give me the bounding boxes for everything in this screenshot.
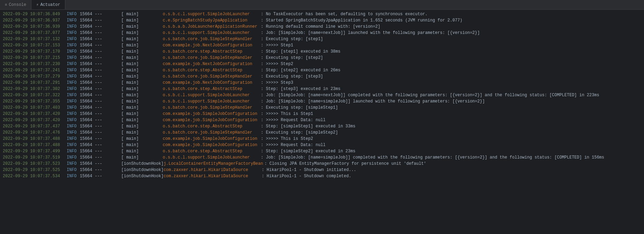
log-level: INFO (67, 86, 80, 92)
log-logger: o.s.batch.core.job.SimpleStepHandler (163, 36, 259, 42)
log-logger: o.s.batch.core.job.SimpleStepHandler (163, 73, 259, 80)
log-timestamp: 2022-09-29 10:07:37.279 (3, 73, 67, 80)
log-level: INFO (67, 30, 80, 36)
log-line: 2022-09-29 10:07:37.077 INFO 15664 --- [… (0, 30, 644, 36)
log-thread: [ main] (121, 129, 163, 136)
log-line: 2022-09-29 10:07:37.519 INFO 15664 --- [… (0, 154, 644, 161)
log-line: 2022-09-29 10:07:37.230 INFO 15664 --- [… (0, 61, 644, 67)
log-level: INFO (67, 129, 80, 136)
log-line: 2022-09-29 10:07:37.476 INFO 15664 --- [… (0, 129, 644, 136)
log-pid: 15664 --- (80, 17, 121, 24)
log-level: INFO (67, 73, 80, 80)
log-level: INFO (67, 161, 80, 167)
log-line: 2022-09-29 10:07:37.534 INFO 15664 --- [… (0, 173, 644, 179)
log-timestamp: 2022-09-29 10:07:37.077 (3, 30, 67, 36)
log-timestamp: 2022-09-29 10:07:37.519 (3, 154, 67, 161)
log-logger: j.LocalContainerEntityManagerFactoryBean (163, 161, 263, 167)
log-thread: [ main] (121, 98, 163, 105)
log-thread: [ main] (121, 148, 163, 154)
log-line: 2022-09-29 10:07:37.132 INFO 15664 --- [… (0, 36, 644, 42)
log-pid: 15664 --- (80, 111, 121, 117)
log-thread: [ main] (121, 36, 163, 42)
log-logger: com.example.job.SimpleJobConfiguration (163, 142, 259, 148)
log-pid: 15664 --- (80, 48, 121, 55)
log-pid: 15664 --- (80, 136, 121, 142)
log-timestamp: 2022-09-29 10:07:37.230 (3, 61, 67, 67)
log-logger: o.s.batch.core.job.SimpleStepHandler (163, 129, 259, 136)
log-message: : Step: [simpleStep2] executed in 23ms (261, 148, 356, 154)
log-level: INFO (67, 98, 80, 105)
log-pid: 15664 --- (80, 129, 121, 136)
log-pid: 15664 --- (80, 148, 121, 154)
log-level: INFO (67, 154, 80, 161)
log-level: INFO (67, 136, 80, 142)
log-message: : >>>>> Step2 (261, 61, 293, 67)
log-line: 2022-09-29 10:07:37.488 INFO 15664 --- [… (0, 136, 644, 142)
log-thread: [ main] (121, 111, 163, 117)
log-line: 2022-09-29 10:07:37.525 INFO 15664 --- [… (0, 167, 644, 173)
tab-actuator[interactable]: ⚡ Actuator (31, 0, 65, 9)
log-line: 2022-09-29 10:07:37.499 INFO 15664 --- [… (0, 148, 644, 154)
log-message: : Job: [SimpleJob: [name=simpleJob]] com… (261, 154, 604, 161)
log-thread: [ main] (121, 61, 163, 67)
log-logger: o.s.b.c.l.support.SimpleJobLauncher (163, 154, 259, 161)
log-thread: [ main] (121, 136, 163, 142)
log-line: 2022-09-29 10:07:37.420 INFO 15664 --- [… (0, 117, 644, 123)
log-thread: [ main] (121, 117, 163, 123)
log-thread: [ main] (121, 30, 163, 36)
log-level: INFO (67, 117, 80, 123)
log-line: 2022-09-29 10:07:37.302 INFO 15664 --- [… (0, 86, 644, 92)
log-pid: 15664 --- (80, 142, 121, 148)
log-pid: 15664 --- (80, 80, 121, 86)
log-message: : Closing JPA EntityManagerFactory for p… (264, 161, 426, 167)
log-thread: [ main] (121, 123, 163, 129)
log-thread: [ main] (121, 154, 163, 161)
log-logger: com.example.job.SimpleJobConfiguration (163, 117, 259, 123)
log-thread: [ main] (121, 55, 163, 61)
log-message: : >>>>> Request Data: null (261, 142, 325, 148)
log-logger: o.s.b.c.l.support.SimpleJobLauncher (163, 92, 259, 98)
log-line: 2022-09-29 10:07:37.291 INFO 15664 --- [… (0, 80, 644, 86)
log-logger: com.zaxxer.hikari.HikariDataSource (163, 167, 260, 173)
log-level: INFO (67, 167, 80, 173)
log-message: : No TaskExecutor has been set, defaulti… (261, 11, 427, 17)
log-line: 2022-09-29 10:07:37.420 INFO 15664 --- [… (0, 111, 644, 117)
log-pid: 15664 --- (80, 92, 121, 98)
tab-actuator-label: Actuator (40, 2, 60, 7)
log-pid: 15664 --- (80, 98, 121, 105)
log-logger: o.s.b.c.l.support.SimpleJobLauncher (163, 30, 259, 36)
log-message: : Executing step: [simpleStep2] (261, 129, 338, 136)
log-pid: 15664 --- (80, 24, 121, 30)
log-level: INFO (67, 55, 80, 61)
log-pid: 15664 --- (80, 73, 121, 80)
log-timestamp: 2022-09-29 10:07:37.437 (3, 123, 67, 129)
log-timestamp: 2022-09-29 10:07:37.170 (3, 48, 67, 55)
log-line: 2022-09-29 10:07:37.523 INFO 15664 --- [… (0, 161, 644, 167)
log-line: 2022-09-29 10:07:37.437 INFO 15664 --- [… (0, 123, 644, 129)
log-line: 2022-09-29 10:07:37.355 INFO 15664 --- [… (0, 98, 644, 105)
log-timestamp: 2022-09-29 10:07:36.939 (3, 24, 67, 30)
log-message: : Executing step: [simpleStep1] (261, 105, 338, 111)
log-level: INFO (67, 148, 80, 154)
log-pid: 15664 --- (80, 55, 121, 61)
tab-console[interactable]: ≡ Console (0, 0, 31, 9)
log-line: 2022-09-29 10:07:37.153 INFO 15664 --- [… (0, 42, 644, 48)
log-timestamp: 2022-09-29 10:07:37.420 (3, 111, 67, 117)
log-level: INFO (67, 173, 80, 179)
log-logger: com.example.job.NextJobConfiguration (163, 42, 259, 48)
log-logger: o.s.batch.core.step.AbstractStep (163, 67, 259, 73)
log-timestamp: 2022-09-29 10:07:37.215 (3, 55, 67, 61)
log-logger: o.s.b.a.b.JobLauncherApplicationRunner (163, 24, 259, 30)
log-message: : Executing step: [step1] (261, 36, 323, 42)
log-timestamp: 2022-09-29 10:07:37.499 (3, 148, 67, 154)
log-logger: o.s.batch.core.step.AbstractStep (163, 123, 259, 129)
log-timestamp: 2022-09-29 10:07:37.420 (3, 117, 67, 123)
log-timestamp: 2022-09-29 10:07:37.132 (3, 36, 67, 42)
log-level: INFO (67, 17, 80, 24)
log-thread: [ main] (121, 73, 163, 80)
log-level: INFO (67, 142, 80, 148)
log-pid: 15664 --- (80, 173, 121, 179)
log-level: INFO (67, 42, 80, 48)
log-logger: o.s.b.c.l.support.SimpleJobLauncher (163, 11, 259, 17)
log-thread: [ main] (121, 105, 163, 111)
